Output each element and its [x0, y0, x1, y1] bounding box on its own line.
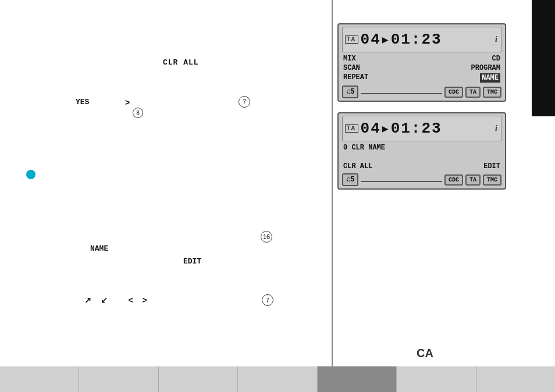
screen1-btn4: TMC — [483, 87, 501, 98]
screen1-row3: REPEAT NAME — [342, 73, 501, 83]
screen2-btn4: TMC — [483, 174, 501, 186]
screen2-ta-badge: TA — [345, 124, 358, 133]
screen2-blank — [361, 176, 442, 182]
screen1-info-icon: i — [495, 35, 499, 44]
nav-item-7[interactable] — [476, 366, 555, 392]
screen2-track: 04 — [361, 120, 381, 137]
clr-all-text: CLR ALL — [163, 58, 199, 67]
arrow-right-text: > — [125, 98, 130, 107]
screen2-clr-all: CLR ALL — [343, 162, 483, 170]
screen1-row2: SCAN PROGRAM — [342, 63, 501, 73]
screen1-ta-badge: TA — [345, 35, 358, 44]
left-panel: CLR ALL YES > 7 8 16 NAME EDIT ↗ ↙ < > 7 — [0, 0, 332, 366]
screen1-cd: CD — [492, 55, 500, 63]
blue-dot-indicator — [26, 170, 35, 179]
screen2-btn1: ♫5 — [342, 173, 358, 186]
screen1-blank — [361, 88, 442, 94]
screen2-row2-blank — [342, 152, 501, 162]
circle-7-top: 7 — [239, 96, 250, 108]
vertical-divider — [332, 0, 333, 366]
screen1-row1: MIX CD — [342, 54, 501, 63]
circle-16: 16 — [261, 231, 272, 243]
screen1-time: 01:23 — [391, 31, 442, 48]
nav-item-1[interactable] — [0, 366, 79, 392]
device-screen-2: TA 04 ▶ 01:23 i 0 CLR NAME CLR ALL EDIT … — [337, 112, 506, 190]
nav-item-6[interactable] — [397, 366, 476, 392]
circle-8: 8 — [133, 108, 143, 118]
screen2-btn2: CDC — [444, 174, 463, 186]
device-screen-1: TA 04 ▶ 01:23 i MIX CD SCAN PROGRAM REPE… — [337, 23, 506, 102]
screen1-bottom-bar: ♫5 CDC TA TMC — [342, 85, 501, 98]
screen2-edit: EDIT — [483, 162, 500, 170]
screen1-btn1: ♫5 — [342, 85, 358, 98]
screen1-play-icon: ▶ — [382, 33, 390, 46]
screen2-play-icon: ▶ — [382, 122, 390, 135]
name-text: NAME — [90, 244, 108, 253]
screen2-info-icon: i — [495, 124, 499, 133]
screen2-bottom-bar: ♫5 CDC TA TMC — [342, 173, 501, 186]
right-sidebar-block — [532, 0, 555, 116]
arrows-row: ↗ ↙ < > — [84, 295, 151, 305]
ca-label: CA — [417, 347, 433, 360]
nav-item-2[interactable] — [79, 366, 158, 392]
edit-text: EDIT — [183, 257, 201, 266]
screen2-top-row: TA 04 ▶ 01:23 i — [342, 116, 501, 141]
screen1-top-row: TA 04 ▶ 01:23 i — [342, 27, 501, 52]
screen1-name-highlighted: NAME — [480, 73, 500, 83]
screen2-row3: CLR ALL EDIT — [342, 162, 501, 171]
circle-7-bottom: 7 — [262, 294, 273, 306]
bottom-nav[interactable] — [0, 366, 555, 392]
screen1-mix: MIX — [343, 55, 492, 63]
screen2-btn3: TA — [465, 174, 481, 186]
right-panel: TA 04 ▶ 01:23 i MIX CD SCAN PROGRAM REPE… — [337, 23, 529, 200]
yes-text: YES — [76, 98, 89, 106]
screen1-btn2: CDC — [444, 87, 463, 98]
screen1-track: 04 — [361, 31, 381, 48]
nav-item-3[interactable] — [159, 366, 238, 392]
screen2-clr-name: 0 CLR NAME — [343, 144, 500, 152]
screen1-repeat: REPEAT — [343, 73, 480, 83]
screen1-btn3: TA — [465, 87, 481, 98]
screen2-time: 01:23 — [391, 120, 442, 137]
nav-item-4[interactable] — [238, 366, 317, 392]
nav-item-5[interactable] — [318, 366, 397, 392]
screen1-scan: SCAN — [343, 64, 471, 72]
screen1-program: PROGRAM — [471, 64, 500, 72]
screen2-row1: 0 CLR NAME — [342, 143, 501, 152]
